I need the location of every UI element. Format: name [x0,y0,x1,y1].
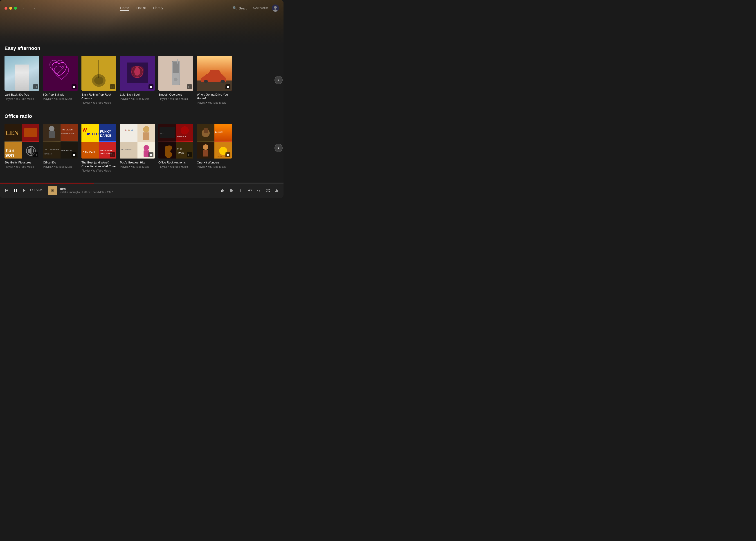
play-icon-laidbacksoul [149,84,153,89]
svg-text:COMBAT ROCK: COMBAT ROCK [61,132,74,134]
shuffle-button[interactable] [265,187,271,194]
svg-rect-45 [35,154,35,156]
pause-button[interactable] [13,187,19,194]
card-90s-guilty[interactable]: LEN [5,124,39,172]
svg-rect-58 [73,154,74,156]
thumbs-up-button[interactable] [229,187,235,194]
section-office-radio: Office radio LEN [5,113,279,172]
card-thumb-easy-rolling [81,56,116,91]
card-thumb-office-80s: THE CLASH COMBAT ROCK THE LUXURY GAP HEA… [43,124,78,159]
card-subtitle-laidback-80s-pop: Playlist • YouTube Music [5,97,39,101]
svg-marker-126 [269,189,270,190]
card-thumb-laidback-soul [120,56,155,91]
svg-text:UNITY: UNITY [218,156,222,158]
back-button[interactable]: ← [21,5,28,11]
skip-back-button[interactable] [4,187,10,194]
track-info: Torn Natalie Imbruglia • Left Of The Mid… [48,186,220,195]
card-one-hit-wonders[interactable]: Lourette [197,124,232,172]
nav-hotlist[interactable]: Hotlist [136,6,146,11]
repeat-button[interactable] [256,187,262,194]
more-options-button[interactable] [238,187,244,194]
forward-button[interactable]: → [30,5,37,11]
card-office-80s[interactable]: THE CLASH COMBAT ROCK THE LUXURY GAP HEA… [43,124,78,172]
svg-rect-39 [24,128,37,137]
early-access-label: EARLY ACCESS [253,7,268,9]
card-smooth-operators[interactable]: Smooth Operators Playlist • YouTube Musi… [158,56,193,104]
svg-point-11 [94,76,103,85]
card-whos-gonna-drive[interactable]: Who's Gonna Drive You Home? Playlist • Y… [197,56,232,104]
play-icon-easyrolling [110,84,115,89]
svg-text:FEINT: FEINT [160,132,165,134]
card-title-whos-gonna-drive: Who's Gonna Drive You Home? [197,93,232,101]
svg-text:HISTLES: HISTLES [85,132,99,136]
nav-home[interactable]: Home [120,6,129,11]
card-title-80s-pop-ballads: 80s Pop Ballads [43,93,78,97]
nav-links: Home Hotlist Library [120,6,163,11]
svg-text:DANCE: DANCE [100,134,111,137]
card-title-90s-guilty: 90s Guilty Pleasures [5,161,39,165]
svg-text:LEN: LEN [6,129,19,136]
svg-text:Lourette: Lourette [215,131,223,133]
svg-point-75 [128,130,130,131]
svg-rect-13 [113,86,113,88]
thumbs-down-button[interactable] [220,187,226,194]
svg-rect-73 [120,124,137,141]
svg-rect-22 [151,86,152,88]
svg-rect-112 [5,189,6,192]
easy-afternoon-scroll-btn[interactable]: › [275,76,283,84]
svg-rect-79 [143,133,149,140]
card-easy-rolling[interactable]: Easy Rolling Pop-Rock Classics Playlist … [81,56,116,104]
svg-text:THE LUXURY GAP: THE LUXURY GAP [44,148,59,151]
card-subtitle-whos-gonna-drive: Playlist • YouTube Music [197,101,232,104]
card-title-one-hit-wonders: One-Hit Wonders [197,161,232,165]
card-laidback-soul[interactable]: Laid-Back Soul Playlist • YouTube Music [120,56,155,104]
minimize-button[interactable] [9,7,12,10]
card-80s-pop-ballads[interactable]: 80s Pop Ballads Playlist • YouTube Music [43,56,78,104]
svg-text:son: son [5,152,14,158]
play-icon-officerockanthems [187,152,192,157]
svg-text:HEAVEN 17: HEAVEN 17 [44,153,52,155]
section-title-easy-afternoon: Easy afternoon [5,45,279,51]
svg-rect-116 [26,189,26,192]
svg-rect-49 [49,131,55,138]
svg-rect-27 [177,59,178,64]
svg-text:HIVES: HIVES [177,152,184,154]
section-easy-afternoon: Easy afternoon Laid-Back 80s Pop [5,45,279,104]
card-thumb-90s-guilty: LEN [5,124,39,159]
close-button[interactable] [5,7,7,10]
svg-rect-6 [73,86,74,88]
nav-library[interactable]: Library [153,6,163,11]
card-best-worst[interactable]: W HISTLES FUNKY DANCE [81,124,116,172]
card-subtitle-smooth-operators: Playlist • YouTube Music [158,97,193,101]
nav-right: 🔍 Search EARLY ACCESS [233,4,279,12]
svg-rect-110 [227,154,228,156]
office-radio-scroll-btn[interactable]: › [275,144,283,152]
card-pops-greatest[interactable]: Back to Basics [120,124,155,172]
card-laidback-80s-pop[interactable]: Laid-Back 80s Pop Playlist • YouTube Mus… [5,56,39,104]
svg-marker-128 [275,189,279,192]
queue-button[interactable] [274,187,280,194]
svg-point-120 [52,190,53,191]
svg-rect-97 [189,154,189,156]
svg-marker-113 [6,189,8,192]
avatar[interactable] [272,4,279,12]
svg-rect-3 [35,86,35,88]
svg-rect-7 [74,86,75,88]
card-office-rock-anthems[interactable]: FEINT AEROSMITH [158,124,193,172]
search-area[interactable]: 🔍 Search [233,6,250,10]
play-icon-whos-gonna [225,84,230,89]
track-thumbnail [48,186,57,195]
svg-point-123 [241,189,241,190]
svg-text:THE: THE [177,148,182,151]
volume-button[interactable] [247,187,253,194]
svg-rect-59 [74,154,75,156]
svg-text:GREATEST: GREATEST [61,149,72,152]
card-title-best-worst: The Best (and Worst) Cover Versions of A… [81,161,116,169]
maximize-button[interactable] [14,7,17,10]
office-radio-cards: LEN [5,124,279,172]
play-icon-smooth [187,84,192,89]
play-icon-office80s [72,152,77,157]
main-content: Easy afternoon Laid-Back 80s Pop [0,16,283,183]
card-thumb-pops-greatest: Back to Basics [120,124,155,159]
skip-forward-button[interactable] [22,187,28,194]
